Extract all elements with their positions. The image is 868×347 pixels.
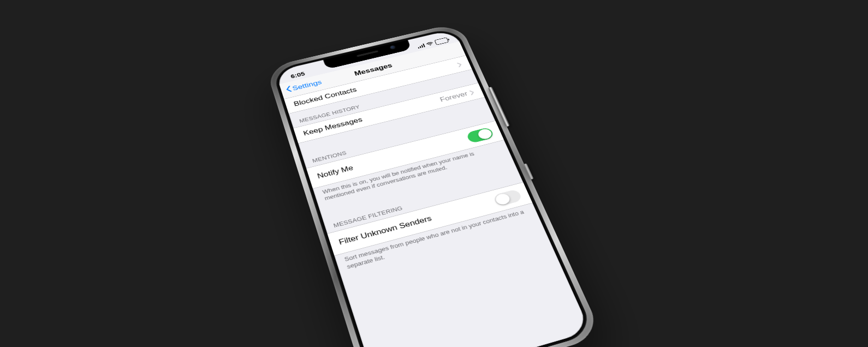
notify-me-toggle[interactable] bbox=[466, 127, 495, 143]
filter-unknown-row[interactable]: Filter Unknown Senders bbox=[327, 182, 532, 256]
speaker-grill bbox=[356, 50, 378, 57]
status-time: 6:05 bbox=[290, 71, 306, 80]
iphone-mockup: 6:05 Settings M bbox=[275, 29, 591, 347]
filter-unknown-toggle[interactable] bbox=[493, 189, 523, 207]
phone-screen: 6:05 Settings M bbox=[275, 29, 591, 347]
chevron-right-icon bbox=[469, 89, 475, 95]
front-camera bbox=[390, 45, 395, 49]
filtering-footer: Sort messages from people who are not in… bbox=[334, 203, 540, 276]
battery-icon bbox=[434, 37, 450, 45]
notify-me-label: Notify Me bbox=[316, 164, 354, 180]
settings-content[interactable]: Blocked Contacts MESSAGE HISTORY Keep Me… bbox=[284, 55, 591, 347]
chevron-right-icon bbox=[457, 62, 463, 67]
wifi-icon bbox=[425, 41, 434, 46]
cellular-signal-icon bbox=[417, 43, 425, 49]
